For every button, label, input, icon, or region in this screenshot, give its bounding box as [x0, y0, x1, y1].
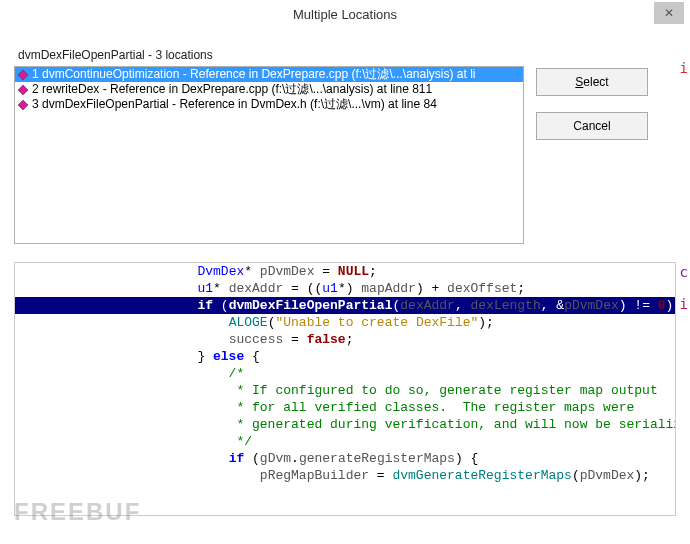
code-line: * for all verified classes. The register…: [15, 399, 675, 416]
locations-subtitle: dvmDexFileOpenPartial - 3 locations: [18, 48, 672, 62]
close-icon: ✕: [664, 6, 674, 20]
code-line: if (gDvm.generateRegisterMaps) {: [15, 450, 675, 467]
code-line: u1* dexAddr = ((u1*) mapAddr) + dexOffse…: [15, 280, 675, 297]
code-line: if (dvmDexFileOpenPartial(dexAddr, dexLe…: [15, 297, 675, 314]
location-row[interactable]: 1 dvmContinueOptimization - Reference in…: [15, 67, 523, 82]
svg-marker-0: [18, 70, 28, 80]
code-line: DvmDex* pDvmDex = NULL;: [15, 263, 675, 280]
diamond-icon: [17, 70, 29, 80]
location-text: 1 dvmContinueOptimization - Reference in…: [32, 67, 476, 82]
dialog-title: Multiple Locations: [293, 7, 397, 22]
diamond-icon: [17, 100, 29, 110]
code-line: /*: [15, 365, 675, 382]
diamond-icon: [17, 85, 29, 95]
location-text: 2 rewriteDex - Reference in DexPrepare.c…: [32, 82, 432, 97]
svg-marker-2: [18, 100, 28, 110]
title-bar: Multiple Locations ✕: [0, 0, 690, 30]
gutter-marker: c: [680, 264, 688, 280]
dialog-body: dvmDexFileOpenPartial - 3 locations 1 dv…: [0, 30, 690, 250]
close-button[interactable]: ✕: [654, 2, 684, 24]
code-line: pRegMapBuilder = dvmGenerateRegisterMaps…: [15, 467, 675, 484]
locations-list[interactable]: 1 dvmContinueOptimization - Reference in…: [14, 66, 524, 244]
svg-marker-1: [18, 85, 28, 95]
gutter-marker: i: [680, 296, 688, 312]
code-line: */: [15, 433, 675, 450]
location-text: 3 dvmDexFileOpenPartial - Reference in D…: [32, 97, 437, 112]
code-line: success = false;: [15, 331, 675, 348]
location-row[interactable]: 2 rewriteDex - Reference in DexPrepare.c…: [15, 82, 523, 97]
code-line: * If configured to do so, generate regis…: [15, 382, 675, 399]
code-line: ALOGE("Unable to create DexFile");: [15, 314, 675, 331]
location-row[interactable]: 3 dvmDexFileOpenPartial - Reference in D…: [15, 97, 523, 112]
code-line: * generated during verification, and wil…: [15, 416, 675, 433]
select-button[interactable]: Select: [536, 68, 648, 96]
cancel-button[interactable]: Cancel: [536, 112, 648, 140]
code-line: } else {: [15, 348, 675, 365]
button-column: Select Cancel: [536, 66, 648, 244]
code-viewer[interactable]: DvmDex* pDvmDex = NULL; u1* dexAddr = ((…: [14, 262, 676, 516]
gutter-marker: i: [680, 60, 688, 76]
